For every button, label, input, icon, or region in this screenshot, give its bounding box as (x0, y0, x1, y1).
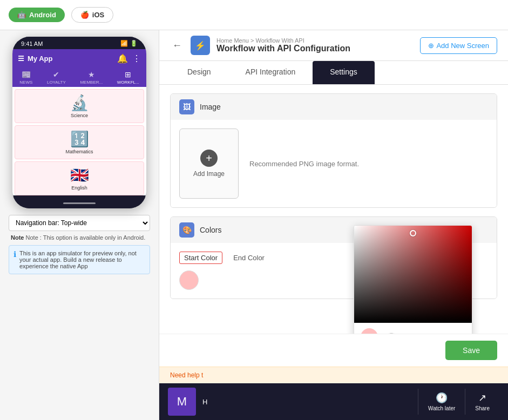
english-icon: 🇬🇧 (70, 166, 89, 184)
workflow-icon-box: ⚡ (191, 36, 210, 55)
back-button[interactable]: ← (170, 38, 184, 53)
phone-content: 🔬 Science 🔢 Mathematics 🇬🇧 English (12, 89, 146, 195)
phone-bottom (12, 198, 146, 208)
plus-icon: ⊕ (428, 42, 434, 50)
more-icon: ⋮ (132, 53, 141, 64)
start-color-tab[interactable]: Start Color (179, 252, 222, 264)
nav-item-loyalty[interactable]: ✔ LOYALTY (47, 70, 66, 85)
hue-slider-row (354, 323, 472, 334)
image-section-icon: 🖼 (179, 99, 194, 114)
note-text: Note Note : This option is available onl… (9, 234, 150, 241)
phone-screen: ☰ My App 🔔 ⋮ 📰 NEWS ✔ LOYALTY (12, 49, 146, 195)
color-gradient[interactable] (354, 226, 472, 323)
page-title: Workflow with API Configuration (216, 44, 350, 53)
english-card[interactable]: 🇬🇧 English (15, 161, 144, 195)
phone-app-header: ☰ My App 🔔 ⋮ (12, 49, 146, 68)
share-button[interactable]: ↗ Share (465, 389, 499, 415)
phone-time: 9:41 AM (21, 40, 43, 47)
nav-item-member[interactable]: ★ MEMBER... (80, 70, 103, 85)
nav-bar-select[interactable]: Navigation bar: Top-wide Navigation bar:… (9, 215, 150, 231)
share-icon: ↗ (478, 392, 486, 404)
tab-settings[interactable]: Settings (313, 61, 375, 84)
color-swatch[interactable] (179, 270, 199, 290)
watch-later-icon: 🕐 (436, 392, 448, 404)
news-icon: 📰 (22, 70, 31, 79)
status-icons: 📶 🔋 (120, 40, 138, 47)
add-image-button[interactable]: + Add Image (179, 128, 239, 199)
home-indicator (63, 202, 96, 204)
phone-frame: 9:41 AM 📶 🔋 ☰ My App 🔔 ⋮ (12, 37, 146, 208)
video-title: H (202, 398, 411, 406)
save-bar: Save (159, 334, 508, 367)
add-circle-icon: + (200, 150, 218, 167)
nav-select-area: Navigation bar: Top-wide Navigation bar:… (6, 215, 152, 274)
android-button[interactable]: 🤖 Android (9, 8, 65, 22)
gradient-cursor[interactable] (410, 230, 416, 236)
info-box: ℹ This is an app simulator for preview o… (9, 245, 150, 274)
breadcrumb: Home Menu > Workflow With API (216, 37, 350, 44)
apple-icon: 🍎 (80, 11, 89, 19)
image-section-title: Image (200, 103, 221, 111)
breadcrumb-area: ← ⚡ Home Menu > Workflow With API Workfl… (170, 36, 350, 55)
colors-section-title: Colors (200, 226, 221, 234)
app-name: My App (28, 55, 52, 63)
need-help-text: Need help t (170, 371, 203, 379)
notification-icon: 🔔 (117, 53, 128, 64)
colors-section-icon: 🎨 (179, 222, 194, 238)
nav-item-news[interactable]: 📰 NEWS (19, 70, 32, 85)
video-thumbnail: M (168, 388, 196, 416)
ios-button[interactable]: 🍎 iOS (71, 7, 113, 23)
title-area: Home Menu > Workflow With API Workflow w… (216, 37, 350, 53)
android-label: Android (29, 11, 56, 19)
tab-api-integration[interactable]: API Integration (228, 61, 313, 84)
wifi-icon: 📶 (120, 40, 128, 47)
phone-header-left: ☰ My App (18, 55, 52, 63)
need-help-bar: Need help t (159, 367, 508, 383)
end-color-tab[interactable]: End Color (233, 252, 265, 264)
main-content: 9:41 AM 📶 🔋 ☰ My App 🔔 ⋮ (0, 30, 508, 420)
science-card[interactable]: 🔬 Science (15, 89, 144, 123)
nav-label-news: NEWS (19, 80, 32, 85)
nav-label-workflow: WORKFL... (117, 80, 139, 85)
color-circle-preview (361, 328, 378, 334)
nav-item-workflow[interactable]: ⊞ WORKFL... (117, 70, 139, 85)
ios-label: iOS (92, 11, 104, 19)
android-icon: 🤖 (17, 11, 26, 19)
english-label: English (71, 185, 87, 191)
math-icon: 🔢 (70, 130, 89, 148)
image-section-header: 🖼 Image (171, 94, 497, 120)
math-label: Mathematics (65, 149, 93, 154)
math-card[interactable]: 🔢 Mathematics (15, 125, 144, 159)
color-picker-popup: ▲ ▼ Hex (354, 225, 472, 334)
status-bar: 9:41 AM 📶 🔋 (12, 37, 146, 49)
phone-nav-bar: 📰 NEWS ✔ LOYALTY ★ MEMBER... ⊞ WORKFL... (12, 68, 146, 87)
loyalty-icon: ✔ (53, 70, 59, 79)
battery-icon: 🔋 (130, 40, 138, 47)
add-screen-label: Add New Screen (436, 42, 489, 50)
image-upload-area: + Add Image Recommended PNG image format… (179, 128, 488, 199)
add-image-label: Add Image (193, 170, 225, 178)
panel-body: 🖼 Image + Add Image Recommended PNG imag… (159, 85, 508, 334)
watch-later-button[interactable]: 🕐 Watch later (418, 389, 465, 415)
watch-later-label: Watch later (428, 405, 455, 411)
video-bar: M H 🕐 Watch later ↗ Share (159, 383, 508, 420)
phone-header-right: 🔔 ⋮ (117, 53, 141, 64)
save-button[interactable]: Save (445, 341, 497, 360)
image-section: 🖼 Image + Add Image Recommended PNG imag… (170, 93, 497, 208)
hue-thumb[interactable] (388, 333, 395, 334)
info-text: This is an app simulator for preview onl… (19, 250, 145, 269)
add-new-screen-button[interactable]: ⊕ Add New Screen (420, 37, 497, 54)
top-bar: 🤖 Android 🍎 iOS (0, 0, 508, 30)
tabs-bar: Design API Integration Settings (159, 61, 508, 85)
workflow-icon: ⊞ (125, 70, 131, 79)
left-panel: 9:41 AM 📶 🔋 ☰ My App 🔔 ⋮ (0, 30, 159, 420)
nav-label-member: MEMBER... (80, 80, 103, 85)
share-label: Share (475, 405, 490, 411)
hamburger-icon: ☰ (18, 55, 24, 63)
video-actions: 🕐 Watch later ↗ Share (418, 389, 499, 415)
image-hint: Recommended PNG image format. (249, 160, 359, 168)
member-icon: ★ (88, 70, 95, 79)
panel-header: ← ⚡ Home Menu > Workflow With API Workfl… (159, 30, 508, 61)
tab-design[interactable]: Design (170, 61, 228, 84)
right-panel: ← ⚡ Home Menu > Workflow With API Workfl… (159, 30, 508, 420)
